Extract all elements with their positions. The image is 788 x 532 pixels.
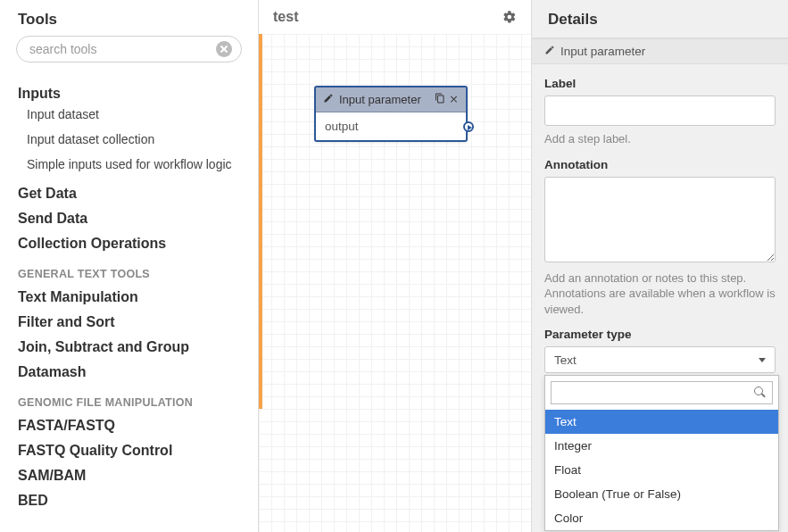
- tools-list: Inputs Input dataset Input dataset colle…: [0, 68, 258, 532]
- workflow-title: test: [273, 9, 298, 25]
- tool-category[interactable]: Send Data: [18, 211, 240, 227]
- node-output-port[interactable]: [463, 121, 474, 132]
- tool-category[interactable]: FASTA/FASTQ: [18, 418, 240, 434]
- tool-category[interactable]: FASTQ Quality Control: [18, 443, 240, 459]
- canvas[interactable]: Input parameter output: [259, 34, 531, 532]
- dropdown-option-text[interactable]: Text: [545, 410, 778, 434]
- tool-category[interactable]: Datamash: [18, 364, 240, 380]
- tools-search-input[interactable]: [29, 42, 216, 56]
- workflow-node-input-parameter[interactable]: Input parameter output: [314, 86, 468, 142]
- annotation-help: Add an annotation or notes to this step.…: [544, 270, 776, 318]
- workflow-canvas-panel: test Input parameter output: [259, 0, 532, 532]
- chevron-down-icon: [759, 358, 766, 362]
- annotation-field-label: Annotation: [544, 158, 776, 171]
- edit-icon: [323, 93, 334, 106]
- close-icon[interactable]: [449, 93, 459, 106]
- tools-panel-title: Tools: [0, 0, 258, 36]
- search-icon: [754, 387, 767, 399]
- dropdown-option-color[interactable]: Color: [545, 506, 778, 530]
- details-subheader: Input parameter: [532, 38, 788, 64]
- edit-icon: [544, 45, 555, 58]
- label-help: Add a step label.: [544, 131, 776, 147]
- tool-item[interactable]: Input dataset collection: [18, 127, 240, 152]
- tool-category[interactable]: Text Manipulation: [18, 289, 240, 305]
- gear-icon[interactable]: [502, 10, 517, 24]
- tool-item[interactable]: Input dataset: [18, 102, 240, 127]
- clear-icon[interactable]: [216, 41, 232, 57]
- dropdown-option-integer[interactable]: Integer: [545, 434, 778, 458]
- node-output-label: output: [325, 120, 359, 133]
- node-title-text: Input parameter: [339, 93, 421, 106]
- label-input[interactable]: [544, 96, 776, 126]
- annotation-textarea[interactable]: [544, 177, 776, 262]
- tools-search[interactable]: [16, 36, 242, 62]
- tool-category[interactable]: Filter and Sort: [18, 314, 240, 330]
- dropdown-search-input[interactable]: [557, 387, 754, 400]
- tools-panel: Tools Inputs Input dataset Input dataset…: [0, 0, 259, 532]
- tool-item[interactable]: Simple inputs used for workflow logic: [18, 152, 240, 177]
- tool-category[interactable]: Join, Subtract and Group: [18, 339, 240, 355]
- dropdown-search[interactable]: [551, 381, 773, 404]
- details-panel-title: Details: [532, 0, 788, 38]
- canvas-edge-indicator: [259, 34, 262, 409]
- details-panel: Details Input parameter Label Add a step…: [532, 0, 788, 532]
- section-label: GENERAL TEXT TOOLS: [18, 268, 240, 280]
- duplicate-icon[interactable]: [435, 93, 445, 106]
- label-field-label: Label: [544, 77, 776, 90]
- dropdown-option-float[interactable]: Float: [545, 458, 778, 482]
- tool-category[interactable]: Collection Operations: [18, 236, 240, 252]
- tool-category[interactable]: SAM/BAM: [18, 468, 240, 484]
- section-label: GENOMIC FILE MANIPULATION: [18, 396, 240, 409]
- details-subheader-text: Input parameter: [560, 45, 645, 58]
- parameter-type-select[interactable]: Text: [544, 346, 776, 373]
- tool-category[interactable]: BED: [18, 493, 240, 509]
- tool-category-inputs[interactable]: Inputs: [18, 86, 240, 102]
- dropdown-option-boolean[interactable]: Boolean (True or False): [545, 482, 778, 506]
- parameter-type-label: Parameter type: [544, 328, 776, 341]
- parameter-type-dropdown: Text Integer Float Boolean (True or Fals…: [544, 375, 779, 531]
- parameter-type-selected: Text: [554, 353, 576, 367]
- tool-category[interactable]: Get Data: [18, 186, 240, 202]
